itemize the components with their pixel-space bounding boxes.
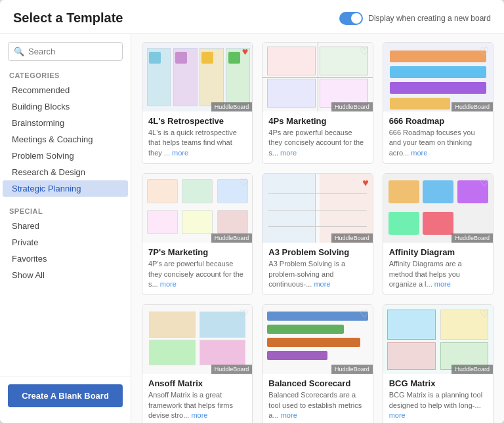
- card-body-ansoff: Ansoff Matrix Ansoff Matrix is a great f…: [142, 374, 252, 423]
- huddle-badge-7ps: HuddleBoard: [211, 233, 253, 243]
- search-box[interactable]: 🔍: [8, 42, 123, 61]
- card-body-bcg: BCG Matrix BCG Matrix is a planning tool…: [383, 374, 493, 423]
- more-link-4ls[interactable]: more: [172, 149, 188, 157]
- card-desc-bcg: BCG Matrix is a planning tool designed t…: [389, 390, 487, 420]
- card-desc-666: 666 Roadmap focuses you and your team on…: [389, 128, 487, 158]
- more-link-bcg[interactable]: more: [389, 411, 406, 419]
- more-link-7ps[interactable]: more: [160, 280, 177, 288]
- template-card-7ps[interactable]: ♡ HuddleBoard 7P's Marketing 4P's are po…: [142, 173, 253, 295]
- display-toggle[interactable]: [339, 12, 363, 25]
- more-link-ansoff[interactable]: more: [191, 411, 207, 419]
- card-title-7ps: 7P's Marketing: [148, 247, 246, 257]
- sidebar-item-strategic-planning[interactable]: Strategic Planning: [3, 180, 128, 197]
- card-title-666: 666 Roadmap: [389, 116, 487, 126]
- sidebar-item-meetings-coaching[interactable]: Meetings & Coaching: [3, 131, 128, 148]
- card-body-affinity: Affinity Diagram Affinity Diagrams are a…: [383, 243, 493, 294]
- search-icon: 🔍: [14, 47, 24, 56]
- huddle-badge-affinity: HuddleBoard: [452, 233, 493, 243]
- more-link-balanced[interactable]: more: [281, 411, 297, 419]
- sidebar-item-brainstorming[interactable]: Brainstorming: [3, 115, 128, 131]
- template-card-4ls[interactable]: ♥ HuddleBoard 4L's Retrospective 4L's is…: [142, 42, 253, 164]
- sidebar-item-building-blocks[interactable]: Building Blocks: [3, 98, 128, 115]
- huddle-badge-balanced: HuddleBoard: [331, 365, 373, 374]
- search-input[interactable]: [28, 47, 117, 56]
- sidebar-item-shared[interactable]: Shared: [3, 218, 128, 234]
- card-body-666: 666 Roadmap 666 Roadmap focuses you and …: [383, 111, 493, 163]
- template-selector-modal: Select a Template Display when creating …: [0, 0, 504, 423]
- card-desc-balanced: Balanced Scorecards are a tool used to e…: [268, 390, 366, 420]
- card-desc-7ps: 4P's are powerful because they concisely…: [148, 259, 246, 289]
- favorite-button-balanced[interactable]: ♡: [360, 309, 369, 319]
- card-desc-4ps: 4Ps are powerful because they concisely …: [268, 128, 366, 158]
- template-card-4ps[interactable]: ♡ HuddleBoard 4Ps Marketing 4Ps are powe…: [262, 42, 373, 164]
- more-link-666[interactable]: more: [411, 149, 427, 157]
- template-grid-container: ♥ HuddleBoard 4L's Retrospective 4L's is…: [131, 34, 504, 423]
- sidebar-item-problem-solving[interactable]: Problem Solving: [3, 148, 128, 164]
- modal-title: Select a Template: [13, 10, 123, 26]
- toggle-area: Display when creating a new board: [339, 12, 491, 25]
- card-title-bcg: BCG Matrix: [389, 378, 487, 388]
- modal-header: Select a Template Display when creating …: [0, 0, 504, 34]
- favorite-button-4ps[interactable]: ♡: [360, 47, 369, 57]
- card-thumb-ansoff: ♡ HuddleBoard: [142, 305, 252, 374]
- sidebar: 🔍 CATEGORIES Recommended Building Blocks…: [0, 34, 131, 423]
- huddle-badge-4ps: HuddleBoard: [331, 102, 373, 111]
- special-label: SPECIAL: [0, 203, 131, 218]
- huddle-badge-4ls: HuddleBoard: [211, 102, 253, 111]
- create-blank-button[interactable]: Create A Blank Board: [8, 384, 123, 407]
- card-desc-ansoff: Ansoff Matrix is a great framework that …: [148, 390, 246, 420]
- more-link-affinity[interactable]: more: [434, 280, 451, 288]
- card-thumb-4ps: ♡ HuddleBoard: [262, 43, 372, 111]
- card-thumb-balanced: ♡ HuddleBoard: [262, 305, 372, 374]
- more-link-4ps[interactable]: more: [280, 149, 297, 157]
- card-body-4ps: 4Ps Marketing 4Ps are powerful because t…: [262, 111, 372, 163]
- card-title-4ps: 4Ps Marketing: [268, 116, 366, 126]
- favorite-button-666[interactable]: ♡: [480, 47, 489, 57]
- card-title-affinity: Affinity Diagram: [389, 247, 487, 257]
- sidebar-item-show-all[interactable]: Show All: [3, 267, 128, 283]
- template-card-affinity[interactable]: ♡ HuddleBoard Affinity Diagram Affinity …: [383, 173, 494, 295]
- favorite-button-7ps[interactable]: ♡: [239, 178, 248, 188]
- card-title-ansoff: Ansoff Matrix: [148, 378, 246, 388]
- card-desc-4ls: 4L's is a quick retrospective that helps…: [148, 128, 246, 158]
- favorite-button-a3[interactable]: ♥: [362, 178, 369, 188]
- template-card-balanced[interactable]: ♡ HuddleBoard Balanced Scorecard Balance…: [262, 304, 373, 423]
- sidebar-footer: Create A Blank Board: [0, 376, 131, 415]
- card-body-a3: A3 Problem Solving A3 Problem Solving is…: [262, 243, 372, 294]
- template-card-666[interactable]: ♡ HuddleBoard 666 Roadmap 666 Roadmap fo…: [383, 42, 494, 164]
- card-desc-affinity: Affinity Diagrams are a method that help…: [389, 259, 487, 289]
- card-title-4ls: 4L's Retrospective: [148, 116, 246, 126]
- card-thumb-4ls: ♥ HuddleBoard: [142, 43, 252, 111]
- huddle-badge-ansoff: HuddleBoard: [211, 365, 253, 374]
- card-body-4ls: 4L's Retrospective 4L's is a quick retro…: [142, 111, 252, 163]
- huddle-badge-bcg: HuddleBoard: [452, 365, 493, 374]
- card-body-7ps: 7P's Marketing 4P's are powerful because…: [142, 243, 252, 294]
- template-grid: ♥ HuddleBoard 4L's Retrospective 4L's is…: [142, 42, 494, 423]
- sidebar-item-recommended[interactable]: Recommended: [3, 82, 128, 98]
- card-thumb-affinity: ♡ HuddleBoard: [383, 174, 493, 243]
- card-thumb-bcg: ♡ HuddleBoard: [383, 305, 493, 374]
- huddle-badge-666: HuddleBoard: [452, 102, 493, 111]
- card-thumb-7ps: ♡ HuddleBoard: [142, 174, 252, 243]
- card-title-balanced: Balanced Scorecard: [268, 378, 366, 388]
- huddle-badge-a3: HuddleBoard: [331, 233, 373, 243]
- favorite-button-bcg[interactable]: ♡: [480, 309, 489, 319]
- card-body-balanced: Balanced Scorecard Balanced Scorecards a…: [262, 374, 372, 423]
- card-thumb-a3: ♥ HuddleBoard: [262, 174, 372, 243]
- template-card-bcg[interactable]: ♡ HuddleBoard BCG Matrix BCG Matrix is a…: [383, 304, 494, 423]
- sidebar-item-research-design[interactable]: Research & Design: [3, 164, 128, 180]
- favorite-button-affinity[interactable]: ♡: [480, 178, 489, 188]
- categories-label: CATEGORIES: [0, 68, 131, 82]
- sidebar-item-private[interactable]: Private: [3, 234, 128, 251]
- modal-body: 🔍 CATEGORIES Recommended Building Blocks…: [0, 34, 504, 423]
- favorite-button-ansoff[interactable]: ♡: [239, 309, 248, 319]
- toggle-label: Display when creating a new board: [368, 14, 491, 23]
- sidebar-item-favorites[interactable]: Favorites: [3, 251, 128, 267]
- more-link-a3[interactable]: more: [314, 280, 330, 288]
- card-title-a3: A3 Problem Solving: [268, 247, 366, 257]
- template-card-a3[interactable]: ♥ HuddleBoard A3 Problem Solving A3 Prob…: [262, 173, 373, 295]
- card-thumb-666: ♡ HuddleBoard: [383, 43, 493, 111]
- favorite-button-4ls[interactable]: ♥: [242, 47, 249, 57]
- template-card-ansoff[interactable]: ♡ HuddleBoard Ansoff Matrix Ansoff Matri…: [142, 304, 253, 423]
- card-desc-a3: A3 Problem Solving is a problem-solving …: [268, 259, 366, 289]
